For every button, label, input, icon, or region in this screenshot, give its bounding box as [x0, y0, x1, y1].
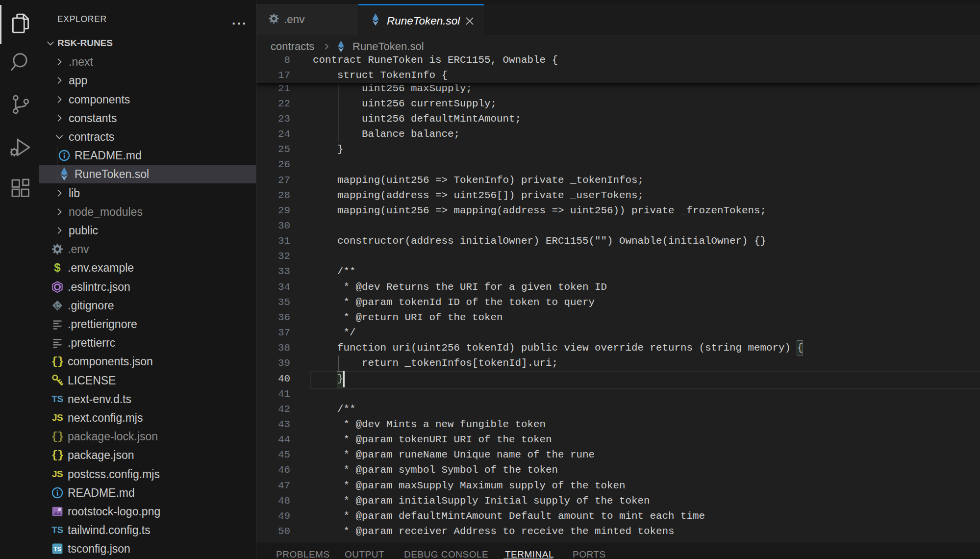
- svg-text:TS: TS: [53, 546, 61, 553]
